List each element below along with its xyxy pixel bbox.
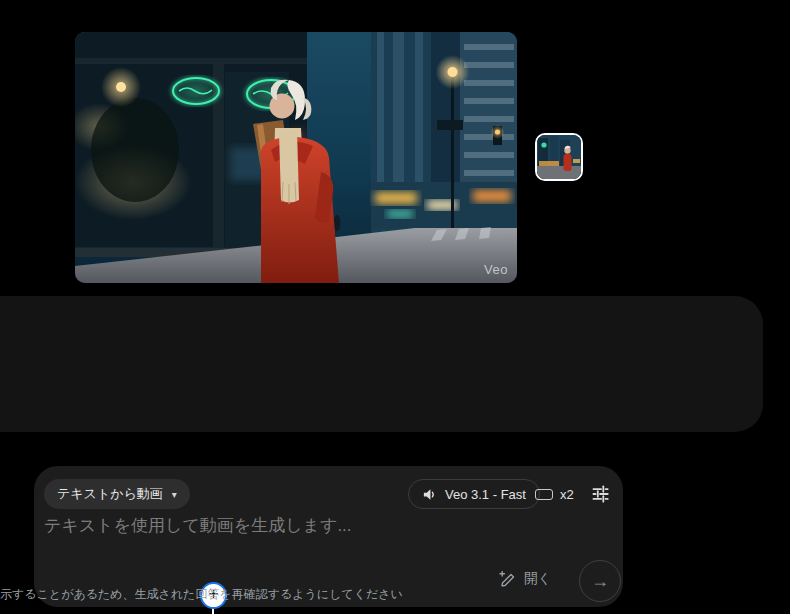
timeline-panel: Veo — [0, 296, 763, 432]
prompt-input[interactable] — [44, 514, 610, 558]
disclaimer-text: 示することがあるため、生成された回答を再確認するようにしてください — [0, 586, 403, 603]
veo-watermark: Veo — [484, 262, 508, 277]
submit-button[interactable]: → — [579, 560, 621, 602]
app-canvas: Veo — [0, 0, 790, 614]
thumbnail-scene — [537, 135, 581, 179]
output-settings[interactable]: x2 — [535, 479, 574, 509]
city-night-scene — [75, 32, 517, 283]
multiplier-label: x2 — [560, 487, 574, 502]
edit-spark-icon — [498, 570, 516, 588]
open-prompt-editor[interactable]: 開く — [498, 570, 551, 588]
chevron-down-icon: ▾ — [172, 489, 177, 500]
aspect-ratio-icon — [535, 489, 553, 500]
model-selector[interactable]: Veo 3.1 - Fast — [408, 479, 540, 509]
mode-selector-dropdown[interactable]: テキストから動画 ▾ — [44, 479, 190, 509]
tune-settings-icon[interactable] — [589, 483, 611, 505]
scene-thumbnail[interactable] — [535, 133, 583, 181]
main-video-preview[interactable]: Veo — [75, 32, 517, 283]
model-selector-label: Veo 3.1 - Fast — [445, 487, 526, 502]
audio-icon — [422, 487, 437, 502]
open-label: 開く — [524, 570, 551, 588]
mode-selector-label: テキストから動画 — [57, 485, 163, 503]
